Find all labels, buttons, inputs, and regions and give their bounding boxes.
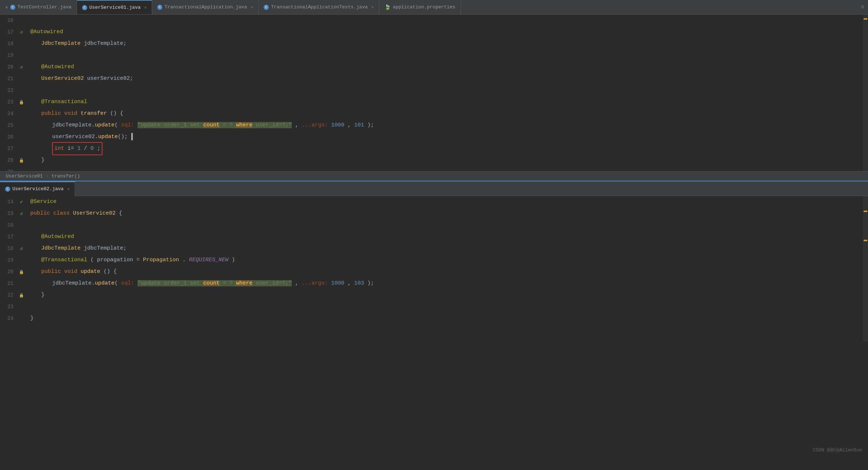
arg-1000-b: 1000 — [331, 280, 344, 286]
line-num-16: 16 — [0, 15, 16, 26]
code-content-28[interactable]: } — [27, 154, 868, 166]
tab-transactionalapp[interactable]: C TransactionalApplication.java ✕ — [152, 0, 259, 15]
code-content-b18[interactable]: JdbcTemplate jdbcTemplate; — [27, 243, 868, 254]
line-num-19: 19 — [0, 50, 16, 61]
code-line-b23: 23 — [0, 301, 868, 313]
pane-wrapper: 16 17 ↺ @Autowired — [0, 15, 868, 455]
code-content-25[interactable]: jdbcTemplate.update( sql: "update order_… — [27, 120, 868, 131]
var-userservice02: userService02; — [87, 75, 133, 82]
prop-label: propagation = — [97, 257, 143, 263]
indent-b20 — [30, 269, 41, 275]
comma-b: , — [295, 280, 302, 286]
code-line-22: 22 — [0, 85, 868, 96]
tab-overflow[interactable]: ≡ — [857, 4, 868, 11]
close-icon-bottom[interactable]: ✕ — [67, 187, 70, 191]
gutter-b15: ↺ — [16, 211, 27, 216]
line-num-b22: 22 — [0, 289, 16, 301]
close-icon[interactable]: ✕ — [5, 4, 8, 10]
tab-testcontroller[interactable]: ✕ C TestController.java — [0, 0, 77, 15]
pane-top: 16 17 ↺ @Autowired — [0, 15, 868, 181]
close-icon-2[interactable]: ✕ — [251, 5, 253, 9]
close-icon-active[interactable]: ✕ — [144, 5, 147, 10]
gutter-b20: 🔒 — [16, 270, 27, 274]
close-icon-3[interactable]: ✕ — [371, 5, 374, 9]
indent-28 — [30, 157, 41, 163]
tab-appproperties[interactable]: 🍃 application.properties — [379, 0, 461, 15]
gutter-20: ↺ — [16, 64, 27, 70]
sql-string-b3: user_id=?;" — [252, 280, 292, 286]
java-icon-2: C — [157, 5, 162, 10]
sql-count-highlight-1: count — [203, 122, 220, 128]
code-content-b19[interactable]: @Transactional ( propagation = Propagati… — [27, 254, 868, 266]
code-content-27[interactable]: int i= 1 / 0 ; — [27, 142, 868, 155]
paren-transfer: () { — [110, 110, 123, 117]
breadcrumb-sep: › — [46, 173, 49, 179]
code-content-17[interactable]: @Autowired — [27, 26, 868, 38]
code-content-b17[interactable]: @Autowired — [27, 231, 868, 243]
code-content-b22[interactable]: } — [27, 289, 868, 301]
tab-transactionaltests[interactable]: C TransactionalApplicationTests.java ✕ — [259, 0, 379, 15]
indent-b17 — [30, 234, 41, 240]
indent-27 — [30, 145, 52, 152]
code-line-18: 18 JdbcTemplate jdbcTemplate; — [0, 38, 868, 50]
line-num-26: 26 — [0, 131, 16, 143]
code-content-b24[interactable]: } — [27, 313, 868, 324]
code-content-24[interactable]: public void transfer () { — [27, 108, 868, 120]
code-content-b20[interactable]: public void update () { — [27, 266, 868, 278]
code-content-20[interactable]: @Autowired — [27, 61, 868, 73]
gutter-icon-b14: ✔ — [20, 199, 23, 205]
annotation-autowired-2: @Autowired — [41, 64, 74, 70]
annotation-autowired-b: @Autowired — [41, 234, 74, 240]
line-num-27: 27 — [0, 143, 16, 154]
code-content-26[interactable]: userService02.update(); — [27, 131, 868, 143]
tab-userservice01-label: UserService01.java — [89, 5, 140, 10]
arg-1000-1: 1000 — [331, 122, 344, 128]
code-line-24: 24 public void transfer () { — [0, 108, 868, 120]
code-area-bottom[interactable]: 14 ✔ @Service 15 ↺ — [0, 196, 868, 342]
indent-b19 — [30, 257, 41, 263]
comma-1: , — [295, 122, 302, 128]
gutter-17: ↺ — [16, 29, 27, 35]
code-content-23[interactable]: @Transactional — [27, 96, 868, 108]
code-area-top[interactable]: 16 17 ↺ @Autowired — [0, 15, 868, 171]
classname-userservice02-def: UserService02 — [73, 210, 116, 216]
sql-string-1: "update order_1 set — [137, 122, 203, 128]
code-line-b17: 17 @Autowired — [0, 231, 868, 243]
code-line-b15: 15 ↺ public class UserService02 { — [0, 208, 868, 219]
annotation-service: @Service — [30, 199, 57, 205]
line-num-b24: 24 — [0, 313, 16, 324]
line-num-24: 24 — [0, 108, 16, 120]
code-line-b20: 20 🔒 public void update () { — [0, 266, 868, 278]
indent-b18 — [30, 245, 41, 251]
arg-103: 103 — [354, 280, 364, 286]
indent-18 — [30, 40, 41, 47]
gutter-28: 🔒 — [16, 158, 27, 163]
close-paren-1: ); — [367, 122, 374, 128]
gutter-b22: 🔒 — [16, 293, 27, 298]
class-propagation: Propagation — [143, 257, 179, 263]
code-line-27: 27 int i= 1 / 0 ; — [0, 143, 868, 154]
code-line-21: 21 UserService02 userService02; — [0, 73, 868, 85]
classname-jdbctemplate-1: JdbcTemplate — [41, 40, 81, 47]
java-icon-bottom: C — [5, 187, 10, 192]
code-content-b21[interactable]: jdbcTemplate.update( sql: "update order_… — [27, 278, 868, 289]
tab-userservice01[interactable]: C UserService01.java ✕ — [77, 0, 152, 15]
code-content-18[interactable]: JdbcTemplate jdbcTemplate; — [27, 38, 868, 50]
code-content-b15[interactable]: public class UserService02 { — [27, 208, 868, 219]
jdbctemplate-call-1: jdbcTemplate. — [52, 122, 95, 128]
line-num-22: 22 — [0, 85, 16, 96]
sql-string-1b: = ? — [220, 122, 236, 128]
indent-b21 — [30, 280, 52, 286]
var-jdbctemplate-1: jdbcTemplate; — [84, 40, 127, 47]
param-sql-b: sql: — [121, 280, 134, 286]
line-num-b18: 18 — [0, 243, 16, 254]
line-num-b23: 23 — [0, 301, 16, 313]
requires-new: REQUIRES_NEW — [189, 257, 228, 263]
code-content-21[interactable]: UserService02 userService02; — [27, 73, 868, 85]
code-content-b14[interactable]: @Service — [27, 196, 868, 208]
code-line-b18: 18 ↺ JdbcTemplate jdbcTemplate; — [0, 243, 868, 254]
gutter-icon-b20: 🔒 — [19, 270, 24, 274]
tab-userservice02[interactable]: C UserService02.java ✕ — [0, 181, 75, 196]
tab-userservice02-label: UserService02.java — [12, 186, 63, 192]
gutter-23: 🔒 — [16, 100, 27, 105]
